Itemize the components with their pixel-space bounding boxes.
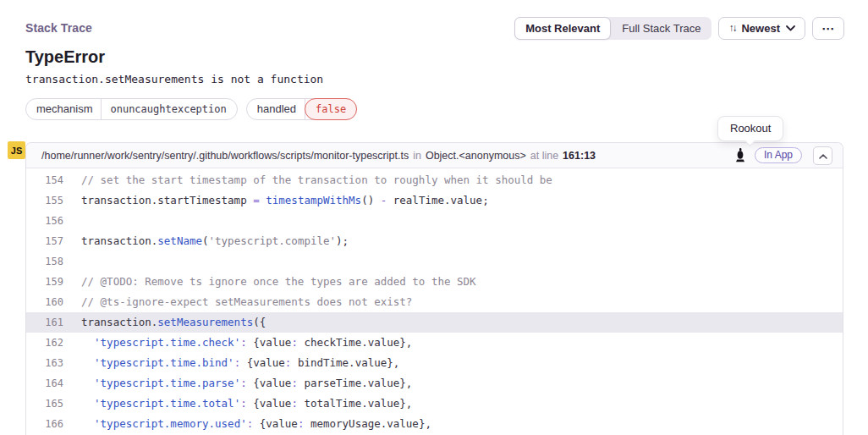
line-number: 164 [26,373,63,394]
frame-header[interactable]: /home/runner/work/sentry/sentry/.github/… [26,143,843,168]
line-number: 166 [26,414,63,434]
line-content: 'typescript.memory.used': {value: memory… [63,414,431,434]
line-number: 165 [26,394,63,414]
code-line-162: 162 'typescript.time.check': {value: che… [26,333,843,353]
code-line-159: 159// @TODO: Remove ts ignore once the t… [26,272,843,292]
issue-stack-trace-page: Stack Trace Most RelevantFull Stack Trac… [0,0,868,435]
code-line-157: 157transaction.setName('typescript.compi… [26,231,843,251]
frame-filename: /home/runner/work/sentry/sentry/.github/… [41,150,409,162]
view-toggle-option-most-relevant[interactable]: Most Relevant [514,17,611,40]
rookout-tooltip-label: Rookout [730,122,771,135]
code-line-161: 161transaction.setMeasurements({ [26,312,843,333]
code-line-158: 158 [26,251,843,272]
stack-trace-header-row: Stack Trace Most RelevantFull Stack Trac… [25,15,844,41]
line-content [63,251,81,272]
line-content [63,211,81,231]
error-type-title: TypeError [25,47,105,67]
line-number: 160 [26,292,63,312]
error-message: transaction.setMeasurements is not a fun… [25,73,323,85]
rookout-icon[interactable] [735,148,745,162]
frame-in-label: in [413,150,421,162]
frame-line-number: 161:13 [563,150,596,162]
code-line-155: 155transaction.startTimestamp = timestam… [26,190,843,211]
in-app-badge: In App [755,147,802,163]
line-content: 'typescript.time.check': {value: checkTi… [63,333,412,353]
sort-arrows-icon: ↑↓ [728,22,735,34]
tag-key: handled [247,99,305,119]
stack-frame: JS /home/runner/work/sentry/sentry/.gith… [25,142,843,435]
platform-js-badge: JS [8,141,25,159]
line-number: 161 [26,312,63,333]
view-toggle-option-full-stack-trace[interactable]: Full Stack Trace [611,17,711,40]
frame-at-line-label: at line [530,150,558,162]
tag-key: mechanism [26,99,101,119]
view-toggle: Most RelevantFull Stack Trace [514,17,711,40]
sort-newest-button[interactable]: ↑↓ Newest [718,17,805,40]
sort-label: Newest [741,22,780,35]
more-options-button[interactable]: ⋯ [812,17,844,40]
section-title: Stack Trace [25,21,92,35]
stack-trace-controls: Most RelevantFull Stack Trace ↑↓ Newest … [514,17,844,40]
line-number: 154 [26,170,63,190]
code-line-156: 156 [26,211,843,231]
tag-handled[interactable]: handledfalse [246,98,357,120]
chevron-down-icon [786,25,795,31]
code-line-154: 154// set the start timestamp of the tra… [26,170,843,190]
line-content: // set the start timestamp of the transa… [63,170,552,190]
line-content: transaction.setName('typescript.compile'… [63,231,349,251]
line-number: 156 [26,211,63,231]
rookout-tooltip: Rookout [717,116,783,141]
tag-value: onuncaughtexception [102,99,236,119]
code-line-165: 165 'typescript.time.total': {value: tot… [26,394,843,414]
line-content: 'typescript.time.parse': {value: parseTi… [63,373,412,394]
line-content: 'typescript.time.bind': {value: bindTime… [63,353,399,373]
code-line-166: 166 'typescript.memory.used': {value: me… [26,414,843,434]
code-line-163: 163 'typescript.time.bind': {value: bind… [26,353,843,373]
line-number: 157 [26,231,63,251]
tag-mechanism[interactable]: mechanismonuncaughtexception [25,98,238,120]
line-content: // @ts-ignore-expect setMeasurements doe… [63,292,412,312]
line-content: 'typescript.time.total': {value: totalTi… [63,394,412,414]
code-line-164: 164 'typescript.time.parse': {value: par… [26,373,843,394]
line-number: 162 [26,333,63,353]
line-content: transaction.startTimestamp = timestampWi… [63,190,489,211]
line-number: 163 [26,353,63,373]
line-content: // @TODO: Remove ts ignore once the type… [63,272,476,292]
frame-function: Object.<anonymous> [426,150,526,162]
source-code-context: 154// set the start timestamp of the tra… [26,168,843,434]
line-number: 155 [26,190,63,211]
tags-row: mechanismonuncaughtexceptionhandledfalse [25,98,357,120]
line-number: 159 [26,272,63,292]
chevron-up-icon [819,149,827,162]
line-content: transaction.setMeasurements({ [63,312,266,333]
code-line-160: 160// @ts-ignore-expect setMeasurements … [26,292,843,312]
tag-value: false [305,98,357,120]
line-number: 158 [26,251,63,272]
ellipsis-icon: ⋯ [821,22,835,35]
collapse-frame-button[interactable] [813,146,832,165]
